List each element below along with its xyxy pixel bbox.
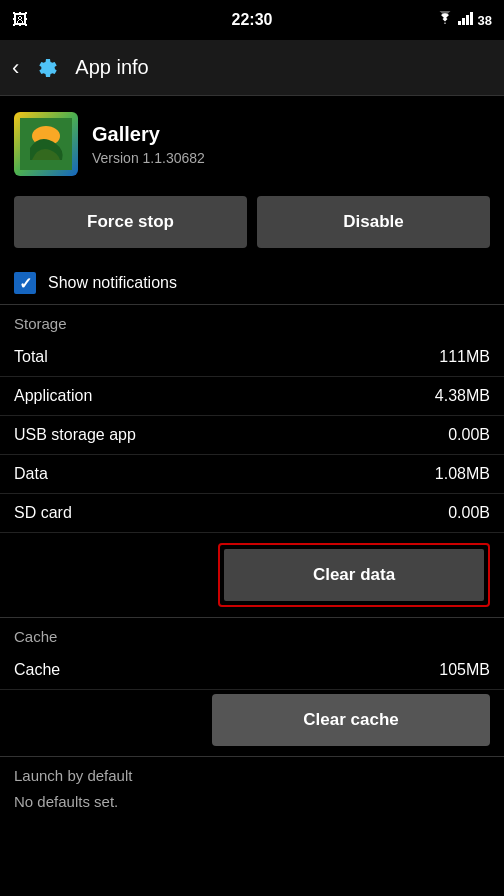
checkmark-icon: ✓ [19, 274, 32, 293]
buttons-row: Force stop Disable [0, 192, 504, 262]
cache-row: Cache 105MB [0, 651, 504, 690]
storage-data-label: Data [14, 465, 48, 483]
signal-icon [458, 11, 474, 29]
storage-application-value: 4.38MB [435, 387, 490, 405]
header: ‹ App info [0, 40, 504, 96]
image-icon: 🖼 [12, 11, 28, 29]
wifi-icon [436, 11, 454, 29]
launch-by-default-section: Launch by default [0, 756, 504, 789]
storage-usb-row: USB storage app 0.00B [0, 416, 504, 455]
launch-label: Launch by default [14, 767, 132, 784]
app-name: Gallery [92, 123, 205, 146]
storage-rows: Total 111MB Application 4.38MB USB stora… [0, 338, 504, 533]
app-info-section: Gallery Version 1.1.30682 [0, 96, 504, 192]
app-text-info: Gallery Version 1.1.30682 [92, 123, 205, 166]
storage-sdcard-row: SD card 0.00B [0, 494, 504, 533]
no-defaults-text: No defaults set. [0, 789, 504, 814]
storage-sdcard-label: SD card [14, 504, 72, 522]
storage-usb-value: 0.00B [448, 426, 490, 444]
cache-section-header: Cache [0, 617, 504, 651]
force-stop-button[interactable]: Force stop [14, 196, 247, 248]
app-version: Version 1.1.30682 [92, 150, 205, 166]
storage-sdcard-value: 0.00B [448, 504, 490, 522]
storage-data-row: Data 1.08MB [0, 455, 504, 494]
disable-button[interactable]: Disable [257, 196, 490, 248]
svg-rect-0 [458, 21, 461, 25]
cache-label: Cache [14, 661, 60, 679]
clear-cache-container: Clear cache [0, 690, 504, 756]
app-icon [14, 112, 78, 176]
clear-data-highlight: Clear data [218, 543, 490, 607]
back-button[interactable]: ‹ [12, 55, 19, 81]
storage-application-row: Application 4.38MB [0, 377, 504, 416]
clear-data-button[interactable]: Clear data [224, 549, 484, 601]
storage-total-label: Total [14, 348, 48, 366]
gear-icon [31, 52, 63, 84]
storage-data-value: 1.08MB [435, 465, 490, 483]
notifications-row[interactable]: ✓ Show notifications [0, 262, 504, 304]
storage-total-row: Total 111MB [0, 338, 504, 377]
header-title: App info [75, 56, 148, 79]
svg-rect-1 [462, 18, 465, 25]
cache-value: 105MB [439, 661, 490, 679]
status-bar: 🖼 22:30 38 [0, 0, 504, 40]
notifications-label: Show notifications [48, 274, 177, 292]
notifications-checkbox[interactable]: ✓ [14, 272, 36, 294]
clear-cache-button[interactable]: Clear cache [212, 694, 490, 746]
storage-total-value: 111MB [439, 348, 490, 366]
svg-rect-3 [470, 12, 473, 25]
battery-icon: 38 [478, 13, 492, 28]
storage-usb-label: USB storage app [14, 426, 136, 444]
status-time: 22:30 [232, 11, 273, 29]
storage-application-label: Application [14, 387, 92, 405]
clear-data-container: Clear data [0, 533, 504, 617]
svg-rect-2 [466, 15, 469, 25]
storage-section-header: Storage [0, 304, 504, 338]
